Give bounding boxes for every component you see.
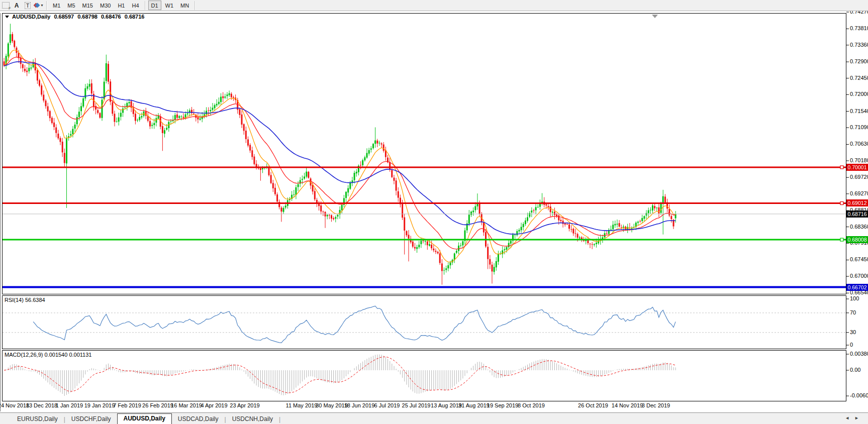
macd-indicator-label: MACD(12,26,9) 0.001540 0.001131	[5, 352, 91, 358]
chart-title: AUDUSD,Daily 0.68597 0.68798 0.68476 0.6…	[5, 14, 148, 20]
price-tick-label: 0.72000	[850, 91, 868, 97]
top-toolbar: F A T ▾ M1M5M15M30H1H4D1W1MN	[0, 0, 868, 11]
price-tick-label: 0.72450	[850, 75, 868, 81]
price-tick-label: 0.67000	[850, 273, 868, 279]
tab-separator: |	[279, 416, 280, 424]
level-line-handle[interactable]	[840, 238, 843, 241]
chart-tab-eurusd[interactable]: EURUSD,Daily	[11, 414, 64, 424]
price-tick-label: 0.68360	[850, 224, 868, 230]
level-line-handle[interactable]	[840, 202, 843, 205]
chart-open-value: 0.68597	[54, 14, 74, 20]
date-tick-label: 19 Jan 2019	[84, 402, 115, 408]
date-tick-label: 13 Aug 2019	[431, 402, 462, 408]
date-tick-label: 26 Feb 2019	[142, 402, 173, 408]
grid-tool-button[interactable]: F	[1, 1, 11, 10]
price-tick-label: 0.71090	[850, 124, 868, 130]
price-tick-label: 0.73360	[850, 42, 868, 48]
toolbar-separator	[145, 1, 146, 10]
chart-tab-bar: EURUSD,Daily|USDCHF,DailyAUDUSD,DailyUSD…	[0, 412, 868, 424]
macd-tick-label: -0.006087	[850, 392, 868, 398]
rsi-indicator-label: RSI(14) 56.6384	[5, 297, 45, 303]
date-tick-label: 19 Sep 2019	[487, 402, 518, 408]
price-tick-label: 0.70180	[850, 157, 868, 163]
date-tick-label: 1 Jan 2019	[56, 402, 83, 408]
font-tool-button[interactable]: A	[12, 1, 22, 10]
price-level-badge: 0.68008	[846, 236, 868, 243]
chart-symbol-label: AUDUSD,Daily	[12, 14, 50, 20]
date-tick-label: 13 Dec 2018	[26, 402, 57, 408]
grid-icon-f-label: F	[9, 7, 11, 10]
price-tick-label: 0.71540	[850, 108, 868, 114]
price-level-badge: 0.68716	[846, 210, 868, 218]
text-t-icon: T	[25, 2, 31, 9]
rsi-tick-label: 30	[850, 329, 856, 335]
date-tick-label: 3 Dec 2019	[642, 402, 670, 408]
chart-tabs: EURUSD,Daily|USDCHF,DailyAUDUSD,DailyUSD…	[11, 413, 280, 424]
tab-scroll-right-icon[interactable]: ►	[854, 415, 864, 420]
price-tick-label: 0.69720	[850, 174, 868, 180]
toolbar-separator	[46, 1, 47, 10]
price-tick-label: 0.73810	[850, 25, 868, 31]
date-tick-label: 18 Jun 2019	[344, 402, 375, 408]
collapse-triangle-icon	[5, 16, 9, 18]
price-level-badge: 0.66702	[846, 284, 868, 291]
date-tick-label: 6 Jul 2019	[374, 402, 400, 408]
chart-high-value: 0.68798	[77, 14, 98, 20]
text-tool-button[interactable]: T	[23, 1, 33, 10]
date-tick-label: 31 Aug 2019	[458, 402, 490, 408]
tab-scroll-arrows: ◄►	[845, 415, 864, 420]
grid-icon: F	[2, 2, 10, 9]
chart-tab-usdcnh[interactable]: USDCNH,Daily	[226, 414, 279, 424]
rsi-tick-label: 100	[850, 295, 859, 301]
chart-close-value: 0.68716	[125, 14, 145, 20]
toolbar-separator	[195, 1, 196, 10]
timeframe-button-h1[interactable]: H1	[115, 1, 128, 10]
price-level-badge: 0.69012	[846, 199, 868, 206]
timeframe-button-h4[interactable]: H4	[129, 1, 142, 10]
timeframe-button-m15[interactable]: M15	[79, 1, 96, 10]
timeframe-button-mn[interactable]: MN	[177, 1, 192, 10]
date-tick-label: 25 Jul 2019	[402, 402, 431, 408]
date-tick-label: 11 May 2019	[286, 402, 318, 408]
tab-scroll-left-icon[interactable]: ◄	[845, 415, 854, 420]
chart-tab-audusd[interactable]: AUDUSD,Daily	[117, 413, 172, 424]
level-line-handle[interactable]	[840, 166, 843, 169]
timeframe-button-m30[interactable]: M30	[97, 1, 114, 10]
timeframe-button-w1[interactable]: W1	[162, 1, 177, 10]
palette-tool-button[interactable]: ▾	[34, 1, 44, 10]
font-a-icon: A	[15, 2, 19, 9]
rsi-tick-label: 0	[850, 342, 853, 348]
date-tick-label: 7 Feb 2019	[113, 402, 141, 408]
price-chart-canvas[interactable]	[0, 0, 868, 424]
price-level-badge: 0.70001	[846, 164, 868, 171]
price-tick-label: 0.69270	[850, 190, 868, 196]
chart-tab-usdchf[interactable]: USDCHF,Daily	[65, 414, 117, 424]
date-tick-label: 30 May 2019	[316, 402, 348, 408]
chart-tab-usdcad[interactable]: USDCAD,Daily	[172, 414, 225, 424]
price-tick-label: 0.72900	[850, 58, 868, 64]
price-tick-label: 0.67450	[850, 256, 868, 262]
timeframe-button-m5[interactable]: M5	[64, 1, 78, 10]
chart-low-value: 0.68476	[101, 14, 121, 20]
timeframe-button-group: M1M5M15M30H1H4D1W1MN	[49, 1, 198, 10]
date-tick-label: 8 Oct 2019	[518, 402, 545, 408]
date-tick-label: 23 Apr 2019	[230, 402, 259, 408]
date-tick-label: 24 Nov 2018	[0, 402, 29, 408]
date-tick-label: 4 Apr 2019	[201, 402, 227, 408]
macd-tick-label: 0.00	[850, 367, 860, 373]
timeframe-button-m1[interactable]: M1	[50, 1, 63, 10]
price-tick-label: 0.70630	[850, 141, 868, 147]
timeframe-button-d1[interactable]: D1	[148, 1, 161, 10]
date-tick-label: 16 Mar 2019	[171, 402, 202, 408]
chevron-down-icon: ▾	[41, 3, 43, 8]
date-tick-label: 14 Nov 2019	[612, 402, 643, 408]
date-tick-label: 26 Oct 2019	[578, 402, 608, 408]
macd-tick-label: 0.003804	[850, 351, 868, 357]
rsi-tick-label: 70	[850, 309, 856, 315]
